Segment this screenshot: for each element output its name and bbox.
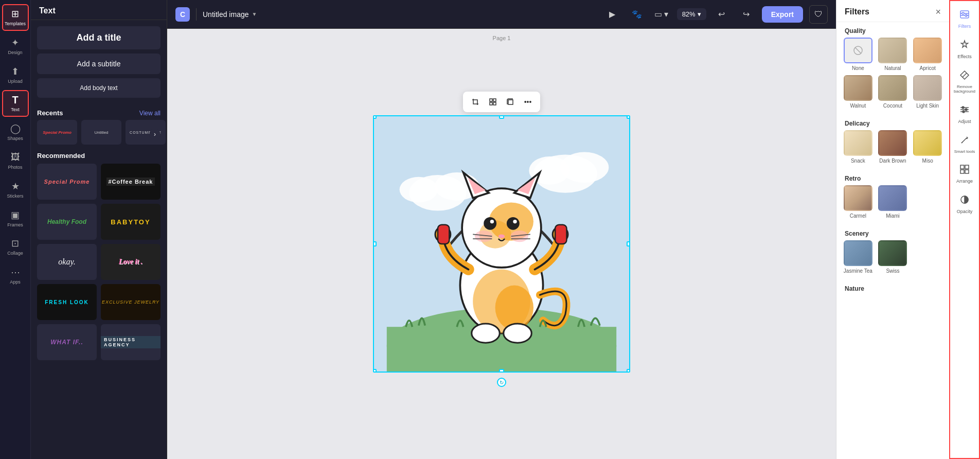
project-name-button[interactable]: Untitled image ▼ bbox=[203, 10, 257, 19]
canvas-image-wrapper[interactable]: ••• bbox=[373, 115, 630, 373]
filter-jasminatea[interactable]: Jasmine Tea bbox=[843, 240, 874, 274]
rs-item-adjust[interactable]: Adjust bbox=[951, 100, 978, 129]
scroll-right-arrow[interactable]: › bbox=[149, 129, 161, 140]
filter-darkbrown[interactable]: Dark Brown bbox=[878, 130, 908, 164]
add-body-button[interactable]: Add body text bbox=[37, 78, 161, 98]
filter-none[interactable]: None bbox=[843, 38, 874, 71]
style-item-exclusive-jewelry[interactable]: Exclusive Jewelry bbox=[101, 284, 161, 320]
rs-item-filters[interactable]: Filters bbox=[951, 5, 978, 33]
sidebar-item-text[interactable]: T Text bbox=[2, 90, 29, 117]
add-subtitle-button[interactable]: Add a subtitle bbox=[37, 54, 161, 74]
sidebar-label-design: Design bbox=[8, 50, 22, 56]
shield-button[interactable]: 🛡 bbox=[809, 5, 828, 24]
sidebar-item-templates[interactable]: ⊞ Templates bbox=[2, 4, 29, 31]
style-item-healthy-food[interactable]: Healthy Food bbox=[37, 204, 97, 240]
sidebar-item-stickers[interactable]: ★ Stickers bbox=[2, 176, 29, 203]
delicacy-filter-grid: Snack Dark Brown Miso bbox=[836, 130, 949, 170]
style-item-babytoy[interactable]: BABYTOY bbox=[101, 204, 161, 240]
toolbar-separator-1 bbox=[196, 8, 197, 21]
style-preview-okay: okay. bbox=[58, 257, 75, 267]
sidebar-item-design[interactable]: ✦ Design bbox=[2, 33, 29, 60]
filter-walnut[interactable]: Walnut bbox=[843, 75, 874, 109]
view-all-link[interactable]: View all bbox=[139, 110, 161, 117]
style-item-special-promo[interactable]: Special Prome bbox=[37, 164, 97, 200]
style-item-okay[interactable]: okay. bbox=[37, 244, 97, 280]
project-name-label: Untitled image bbox=[203, 10, 249, 19]
duplicate-button[interactable] bbox=[502, 94, 519, 110]
filter-miso[interactable]: Miso bbox=[912, 130, 943, 164]
sidebar-item-upload[interactable]: ⬆ Upload bbox=[2, 62, 29, 89]
play-button[interactable]: ▶ bbox=[603, 5, 621, 24]
svg-point-27 bbox=[513, 220, 516, 223]
view-options-button[interactable]: ▭ ▾ bbox=[652, 5, 671, 24]
svg-point-10 bbox=[400, 177, 438, 203]
zoom-chevron: ▾ bbox=[698, 10, 701, 18]
rs-item-arrange[interactable]: Arrange bbox=[951, 160, 978, 188]
style-item-coffee-break[interactable]: #Coffee Break bbox=[101, 164, 161, 200]
design-icon: ✦ bbox=[10, 37, 21, 48]
paw-button[interactable]: 🐾 bbox=[628, 5, 646, 24]
style-item-loveit[interactable]: Love it . bbox=[101, 244, 161, 280]
filter-coconut[interactable]: Coconut bbox=[878, 75, 908, 109]
rs-item-smart-tools[interactable]: Smart tools bbox=[951, 131, 978, 158]
more-options-button[interactable]: ••• bbox=[520, 94, 536, 110]
style-item-freshlook[interactable]: FRESH LOOK bbox=[37, 284, 97, 320]
style-preview-freshlook: FRESH LOOK bbox=[45, 299, 89, 305]
rs-item-opacity[interactable]: Opacity bbox=[951, 190, 978, 219]
filter-apricot[interactable]: Apricot bbox=[912, 38, 943, 71]
filters-close-button[interactable]: × bbox=[935, 7, 941, 16]
svg-point-44 bbox=[962, 12, 964, 14]
add-title-button[interactable]: Add a title bbox=[37, 26, 161, 49]
rs-label-arrange: Arrange bbox=[956, 179, 973, 184]
opacity-icon bbox=[959, 195, 970, 207]
filter-natural[interactable]: Natural bbox=[878, 38, 908, 71]
sidebar-item-apps[interactable]: ⋯ Apps bbox=[2, 262, 29, 289]
redo-button[interactable]: ↪ bbox=[737, 5, 756, 24]
text-panel: Text Add a title Add a subtitle Add body… bbox=[31, 0, 167, 459]
arrange-button[interactable] bbox=[485, 94, 501, 110]
filters-header: Filters × bbox=[836, 0, 949, 22]
handle-bottom-left[interactable] bbox=[373, 369, 377, 373]
handle-top-left[interactable] bbox=[373, 115, 377, 119]
crop-button[interactable] bbox=[467, 94, 484, 110]
handle-bottom-right[interactable] bbox=[627, 369, 630, 373]
style-item-whatif[interactable]: WHAT IF.. bbox=[37, 324, 97, 360]
filter-lightskin[interactable]: Light Skin bbox=[912, 75, 943, 109]
sidebar-item-frames[interactable]: ▣ Frames bbox=[2, 205, 29, 232]
sidebar-item-shapes[interactable]: ◯ Shapes bbox=[2, 119, 29, 146]
sidebar-item-photos[interactable]: 🖼 Photos bbox=[2, 148, 29, 174]
style-preview-coffee-break: #Coffee Break bbox=[106, 178, 155, 186]
rs-item-remove-bg[interactable]: Remove background bbox=[951, 66, 978, 98]
filter-swiss[interactable]: Swiss bbox=[878, 240, 908, 274]
svg-point-40 bbox=[504, 324, 532, 343]
retro-filter-grid: Carmel Miami bbox=[836, 185, 949, 225]
filter-miso-label: Miso bbox=[922, 158, 933, 164]
svg-rect-53 bbox=[960, 165, 964, 169]
handle-top-mid[interactable] bbox=[499, 115, 504, 119]
filter-snack[interactable]: Snack bbox=[843, 130, 874, 164]
handle-right-mid[interactable] bbox=[627, 241, 630, 246]
zoom-control[interactable]: 82% ▾ bbox=[677, 8, 706, 20]
app-logo[interactable]: C bbox=[175, 7, 190, 22]
scenery-filter-grid: Jasmine Tea Swiss bbox=[836, 240, 949, 280]
rotate-handle[interactable]: ↻ bbox=[497, 378, 506, 387]
filter-none-label: None bbox=[852, 65, 864, 71]
filter-thumb-lightskin bbox=[913, 75, 942, 101]
shapes-icon: ◯ bbox=[10, 123, 21, 134]
handle-left-mid[interactable] bbox=[373, 241, 377, 246]
rs-item-effects[interactable]: Effects bbox=[951, 36, 978, 64]
templates-icon: ⊞ bbox=[10, 8, 21, 20]
handle-bottom-mid[interactable] bbox=[499, 369, 504, 373]
recent-item-1[interactable]: Untitled bbox=[81, 120, 121, 145]
sidebar-item-collage[interactable]: ⊡ Collage bbox=[2, 234, 29, 260]
style-preview-exclusive-jewelry: Exclusive Jewelry bbox=[102, 299, 159, 305]
recent-item-0[interactable]: Special Promo bbox=[37, 120, 77, 145]
sidebar-label-collage: Collage bbox=[7, 251, 23, 256]
style-item-business-agency[interactable]: BUSINESS AGENCY bbox=[101, 324, 161, 360]
export-button[interactable]: Export bbox=[762, 6, 803, 23]
handle-top-right[interactable] bbox=[627, 115, 630, 119]
filter-miami[interactable]: Miami bbox=[878, 185, 908, 219]
undo-button[interactable]: ↩ bbox=[712, 5, 731, 24]
filter-carmel[interactable]: Carmel bbox=[843, 185, 874, 219]
svg-line-42 bbox=[855, 47, 861, 54]
